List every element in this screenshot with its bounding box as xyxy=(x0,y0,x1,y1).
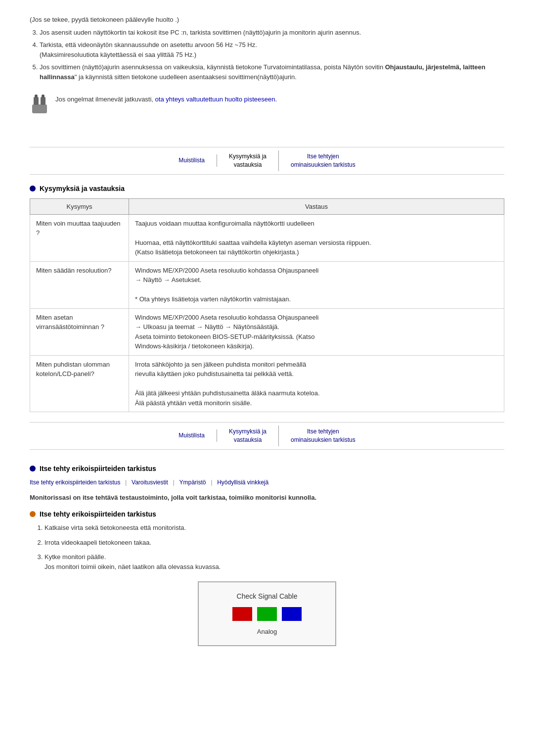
breadcrumb-separator-2: | xyxy=(173,478,176,486)
breadcrumb-link-1[interactable]: Itse tehty erikoispiirteiden tarkistus xyxy=(30,479,120,486)
monitor-box-label: Analog xyxy=(209,628,325,635)
color-block-blue xyxy=(282,607,302,621)
table-row: Miten voin muuttaa taajuuden ? Taajuus v… xyxy=(30,214,504,261)
top-section: (Jos se tekee, pyydä tietokoneen päälevy… xyxy=(30,10,504,137)
numbered-list: Jos asensit uuden näyttökortin tai kokos… xyxy=(40,28,504,82)
subsection-header: Itse tehty erikoispiirteiden tarkistus xyxy=(30,510,504,518)
color-block-green xyxy=(257,607,277,621)
orange-dot xyxy=(30,511,36,517)
svg-point-4 xyxy=(42,94,44,97)
steps-list: Katkaise virta sekä tietokoneesta että m… xyxy=(44,523,504,571)
bold-description: Monitorissasi on itse tehtävä testaustoi… xyxy=(30,493,504,503)
list-item-5: Jos sovittimen (näyttö)ajurin asennukses… xyxy=(40,62,504,82)
section-qa-title: Kysymyksiä ja vastauksia xyxy=(40,185,125,192)
qa-col-header-question: Kysymys xyxy=(30,198,129,214)
breadcrumb-link-4[interactable]: Hyödyllisiä vinkkejä xyxy=(217,479,268,486)
list-item-3: Jos asensit uuden näyttökortin tai kokos… xyxy=(40,28,504,38)
nav-item-kysymyksia-1[interactable]: Kysymyksiä javastauksia xyxy=(217,150,279,171)
nav-bar-2: Muistilista Kysymyksiä javastauksia Itse… xyxy=(30,422,504,450)
section-self-test: Itse tehty erikoispiirteiden tarkistus I… xyxy=(30,465,504,647)
subsection-title: Itse tehty erikoispiirteiden tarkistus xyxy=(40,510,156,518)
nav-item-kysymyksia-2[interactable]: Kysymyksiä javastauksia xyxy=(217,425,279,446)
question-3: Miten asetanvirransäästötoiminnan ? xyxy=(30,308,129,355)
answer-2: Windows ME/XP/2000 Aseta resoluutio kohd… xyxy=(129,261,504,308)
nav-item-muistilista-1[interactable]: Muistilista xyxy=(167,154,217,167)
nav-item-muistilista-2[interactable]: Muistilista xyxy=(167,429,217,442)
step-2: Irrota videokaapeli tietokoneen takaa. xyxy=(44,538,504,548)
answer-4: Irrota sähköjohto ja sen jälkeen puhdist… xyxy=(129,355,504,412)
question-1: Miten voin muuttaa taajuuden ? xyxy=(30,214,129,261)
question-2: Miten säädän resoluution? xyxy=(30,261,129,308)
warning-icon xyxy=(30,94,49,114)
color-blocks xyxy=(209,607,325,621)
step-1: Katkaise virta sekä tietokoneesta että m… xyxy=(44,523,504,533)
qa-table: Kysymys Vastaus Miten voin muuttaa taaju… xyxy=(30,198,504,413)
list-item-4: Tarkista, että videonäytön skannaussuhde… xyxy=(40,40,504,59)
warning-link[interactable]: ota yhteys valtuutettuun huolto pisteese… xyxy=(155,95,277,103)
answer-1: Taajuus voidaan muuttaa konfiguroimalla … xyxy=(129,214,504,261)
nav-item-itse-tehtyjen-1[interactable]: Itse tehtyjenominaisuuksien tarkistus xyxy=(279,150,367,171)
table-row: Miten puhdistan ulommankotelon/LCD-panel… xyxy=(30,355,504,412)
table-row: Miten asetanvirransäästötoiminnan ? Wind… xyxy=(30,308,504,355)
monitor-box: Check Signal Cable Analog xyxy=(198,581,336,646)
breadcrumb-link-3[interactable]: Ympäristö xyxy=(179,479,206,486)
table-row: Miten säädän resoluution? Windows ME/XP/… xyxy=(30,261,504,308)
breadcrumb: Itse tehty erikoispiirteiden tarkistus |… xyxy=(30,478,504,486)
warning-text: Jos ongelmat ilmenevät jatkuvasti, ota y… xyxy=(55,94,277,104)
blue-dot-2 xyxy=(30,466,36,472)
question-4: Miten puhdistan ulommankotelon/LCD-panel… xyxy=(30,355,129,412)
section-qa-header: Kysymyksiä ja vastauksia xyxy=(30,185,504,192)
monitor-box-title: Check Signal Cable xyxy=(209,592,325,600)
svg-point-3 xyxy=(35,94,38,97)
step-3: Kytke monitori päälle. Jos monitori toim… xyxy=(44,552,504,571)
warning-box: Jos ongelmat ilmenevät jatkuvasti, ota y… xyxy=(30,91,504,118)
breadcrumb-separator-3: | xyxy=(211,478,214,486)
svg-rect-2 xyxy=(41,97,45,105)
breadcrumb-link-2[interactable]: Varoitusviestit xyxy=(132,479,168,486)
section-qa: Kysymyksiä ja vastauksia Kysymys Vastaus… xyxy=(30,185,504,413)
answer-3: Windows ME/XP/2000 Aseta resoluutio kohd… xyxy=(129,308,504,355)
qa-col-header-answer: Vastaus xyxy=(129,198,504,214)
section-self-test-title: Itse tehty erikoispiirteiden tarkistus xyxy=(40,465,156,472)
nav-item-itse-tehtyjen-2[interactable]: Itse tehtyjenominaisuuksien tarkistus xyxy=(279,425,367,446)
breadcrumb-separator-1: | xyxy=(125,478,129,486)
section-self-test-header: Itse tehty erikoispiirteiden tarkistus xyxy=(30,465,504,472)
nav-bar-1: Muistilista Kysymyksiä javastauksia Itse… xyxy=(30,147,504,175)
intro-text: (Jos se tekee, pyydä tietokoneen päälevy… xyxy=(30,15,504,25)
svg-rect-0 xyxy=(32,104,47,113)
color-block-red xyxy=(232,607,252,621)
svg-rect-1 xyxy=(34,97,39,105)
blue-dot-1 xyxy=(30,186,36,191)
